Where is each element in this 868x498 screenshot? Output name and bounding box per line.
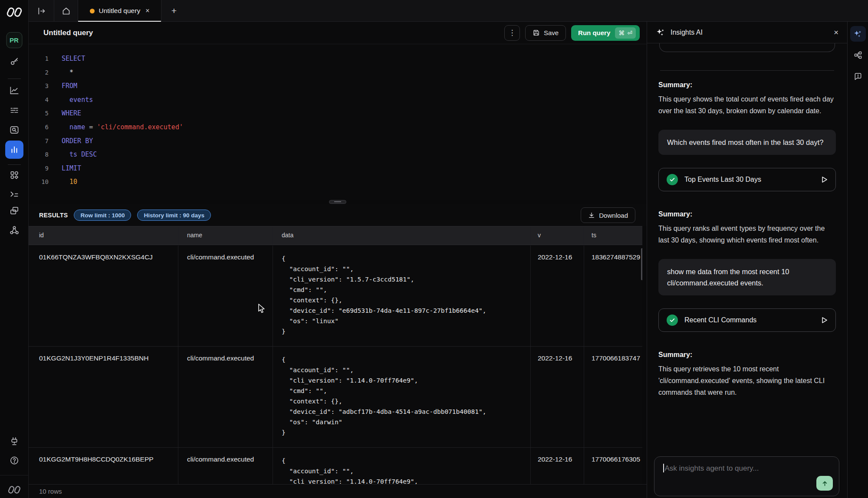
column-header-v[interactable]: v (530, 226, 584, 245)
right-icon-strip (847, 22, 868, 498)
results-footer: 10 rows (29, 484, 647, 498)
cell-ts: 1770066176305 (584, 448, 642, 484)
code-text: SELECT (62, 52, 85, 66)
history-limit-badge[interactable]: History limit : 90 days (137, 210, 211, 221)
sidebar-divider (0, 475, 29, 475)
line-number: 5 (29, 107, 49, 121)
line-number: 4 (29, 93, 49, 107)
event-list-icon[interactable] (9, 105, 19, 115)
tab-bar: Untitled query × + (29, 0, 868, 22)
cell-data: { "account_id": "", "cli_version": "1.5.… (273, 246, 530, 346)
integrations-icon[interactable] (9, 170, 19, 180)
summary-label: Summary: (658, 81, 836, 89)
editor-line: 3FROM (29, 79, 647, 93)
cell-data: { "account_id": "", "cli_version": "1.14… (273, 347, 530, 447)
code-text: FROM (62, 79, 77, 93)
left-sidebar: PR (0, 0, 29, 498)
tab-close-icon[interactable]: × (145, 7, 149, 15)
suggestion-title: Recent CLI Commands (684, 316, 756, 324)
code-text: WHERE (62, 107, 81, 121)
cell-id: 01K66TQNZA3WFBQ8XN2KXSG4CJ (29, 246, 178, 346)
user-message-bubble: show me data from the most recent 10 cli… (658, 259, 836, 295)
editor-line: 1SELECT (29, 52, 647, 66)
splitter-handle[interactable] (329, 200, 346, 204)
summary-text: This query retrieves the 10 most recent … (658, 363, 836, 398)
insights-close-icon[interactable]: × (834, 28, 838, 37)
tab-untitled-query[interactable]: Untitled query × (78, 0, 161, 22)
cell-name: cli/command.executed (178, 347, 273, 447)
table-row[interactable]: 01KGG2MT9H8H8CCDQ0ZK16BEPPcli/command.ex… (29, 448, 642, 484)
send-button[interactable] (816, 476, 833, 491)
help-icon[interactable] (9, 455, 19, 465)
suggestion-card[interactable]: Recent CLI Commands (658, 308, 836, 332)
summary-block: Summary:This query shows the total count… (658, 81, 836, 117)
sql-editor[interactable]: 1SELECT2 *3FROM4 events5WHERE6 name = 'c… (29, 44, 647, 200)
editor-line: 9LIMIT (29, 162, 647, 176)
summary-text: This query shows the total count of even… (658, 93, 836, 117)
play-icon[interactable] (822, 176, 828, 183)
explore-search-icon[interactable] (9, 125, 19, 135)
plugin-icon[interactable] (9, 436, 19, 446)
column-header-ts[interactable]: ts (584, 226, 642, 245)
cell-data: { "account_id": "", "cli_version": "1.14… (273, 448, 530, 484)
insights-ai-tab-icon[interactable] (850, 26, 866, 42)
summary-text: This query ranks all event types by freq… (658, 223, 836, 246)
table-header: idnamedatavts (29, 226, 642, 245)
table-row[interactable]: 01KGG2N1J3Y0ENP1R4F1335BNHcli/command.ex… (29, 347, 642, 448)
stream-divider (660, 70, 834, 71)
editor-line: 5WHERE (29, 107, 647, 121)
column-header-id[interactable]: id (29, 226, 178, 245)
sparkles-icon (656, 28, 665, 37)
enter-key-icon: ⏎ (627, 29, 632, 36)
new-tab-button[interactable]: + (161, 0, 187, 22)
sessions-windows-icon[interactable] (9, 206, 19, 216)
column-header-data[interactable]: data (273, 226, 530, 245)
cell-name: cli/command.executed (178, 246, 273, 346)
sidebar-divider (8, 164, 21, 165)
insights-input[interactable]: Ask insights agent to query... (654, 456, 839, 496)
play-icon[interactable] (822, 317, 828, 324)
query-page-icon[interactable] (5, 141, 23, 159)
results-header: RESULTS Row limit : 1000 History limit :… (29, 204, 647, 226)
editor-line: 4 events (29, 93, 647, 107)
feedback-icon[interactable] (850, 69, 866, 84)
line-number: 9 (29, 162, 49, 176)
row-limit-badge[interactable]: Row limit : 1000 (74, 210, 131, 221)
summary-block: Summary:This query retrieves the 10 most… (658, 351, 836, 398)
code-text: name = 'cli/command.executed' (62, 121, 183, 134)
editor-line: 8 ts DESC (29, 148, 647, 162)
webhooks-icon[interactable] (9, 225, 19, 235)
suggestion-card-partial[interactable] (659, 43, 835, 52)
suggestion-card[interactable]: Top Events Last 30 Days (658, 168, 836, 191)
query-header: Untitled query ⋮ Save Run query ⌘⏎ (29, 22, 647, 44)
query-menu-button[interactable]: ⋮ (504, 25, 520, 41)
cell-ts: 1770066183747 (584, 347, 642, 447)
cell-v: 2022-12-16 (530, 448, 584, 484)
table-row[interactable]: 01K66TQNZA3WFBQ8XN2KXSG4CJcli/command.ex… (29, 246, 642, 347)
panel-expand-icon[interactable] (29, 0, 54, 22)
user-message-bubble: Which events fired most often in the las… (658, 130, 836, 155)
column-header-name[interactable]: name (178, 226, 273, 245)
cell-id: 01KGG2N1J3Y0ENP1R4F1335BNH (29, 347, 178, 447)
trends-chart-icon[interactable] (9, 85, 19, 95)
schema-tree-icon[interactable] (850, 47, 866, 63)
tab-label: Untitled query (99, 7, 141, 15)
api-keys-icon[interactable] (9, 56, 19, 66)
download-button[interactable]: Download (581, 207, 635, 223)
line-number: 7 (29, 134, 49, 148)
editor-lines: 1SELECT2 *3FROM4 events5WHERE6 name = 'c… (29, 52, 647, 189)
run-query-button[interactable]: Run query ⌘⏎ (571, 25, 640, 41)
line-number: 3 (29, 79, 49, 93)
workspace-avatar[interactable]: PR (6, 32, 22, 48)
insights-header: Insights AI × (647, 22, 847, 43)
terminal-icon[interactable] (9, 189, 19, 199)
cell-v: 2022-12-16 (530, 347, 584, 447)
summary-block: Summary:This query ranks all event types… (658, 210, 836, 246)
sidebar-divider (8, 79, 21, 79)
row-count: 10 rows (39, 488, 62, 495)
table-scrollbar-thumb[interactable] (641, 248, 642, 280)
save-button[interactable]: Save (525, 25, 566, 41)
home-icon[interactable] (54, 0, 78, 22)
line-number: 2 (29, 66, 49, 80)
summary-label: Summary: (658, 351, 836, 359)
